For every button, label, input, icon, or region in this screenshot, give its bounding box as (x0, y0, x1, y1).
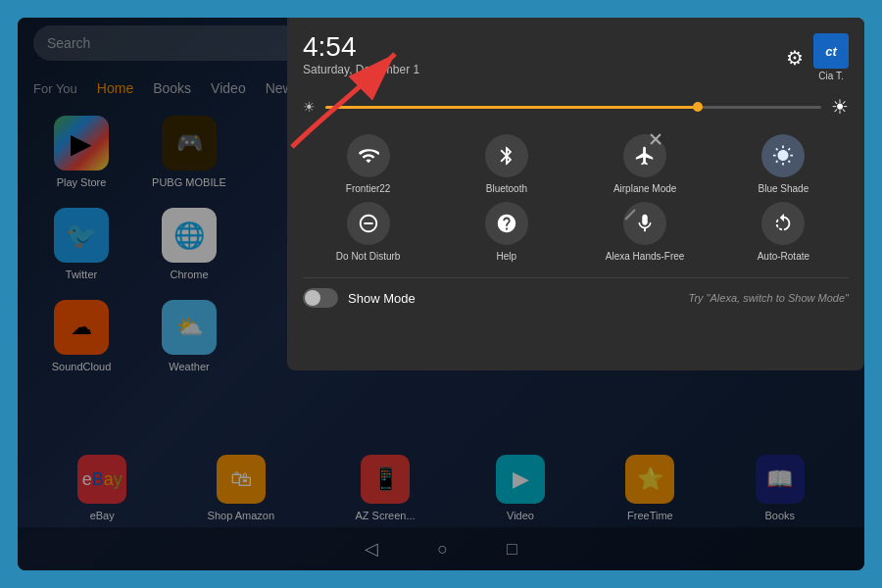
brightness-high-icon: ☀ (831, 95, 849, 119)
quick-label: Bluetooth (486, 183, 527, 194)
slider-thumb (693, 102, 703, 112)
quick-item-wifi[interactable]: Frontier22 (303, 134, 433, 194)
quick-label: Alexa Hands-Free (606, 251, 685, 262)
notification-panel: 4:54 Saturday, December 1 ⚙ ct Cia T. ☀ … (287, 18, 864, 370)
slider-fill (325, 106, 698, 109)
brightness-row: ☀ ☀ (303, 95, 849, 119)
show-mode-label: Show Mode (348, 291, 416, 306)
avatar[interactable]: ct (813, 33, 849, 69)
brightness-slider[interactable] (325, 106, 821, 109)
help-icon (485, 202, 528, 245)
quick-item-blue-shade[interactable]: Blue Shade (718, 134, 849, 194)
quick-label: Airplane Mode (613, 183, 676, 194)
bluetooth-icon (485, 134, 528, 177)
time-block: 4:54 Saturday, December 1 (303, 33, 419, 76)
settings-icon[interactable]: ⚙ (786, 46, 804, 70)
blue-shade-icon (761, 134, 805, 177)
tablet-frame: Search 🔍 For You Home Books Video Newsst… (18, 18, 864, 570)
quick-item-airplane[interactable]: Airplane Mode (580, 134, 710, 194)
dnd-icon (347, 202, 390, 245)
alexa-hands-free-icon (623, 202, 666, 245)
quick-label: Help (497, 251, 517, 262)
quick-label: Do Not Disturb (336, 251, 401, 262)
alexa-hint: Try "Alexa, switch to Show Mode" (689, 292, 850, 304)
quick-label: Auto-Rotate (758, 251, 809, 262)
show-mode-toggle[interactable] (303, 288, 338, 308)
airplane-mode-icon (623, 134, 666, 177)
quick-item-bluetooth[interactable]: Bluetooth (441, 134, 571, 194)
quick-item-auto-rotate[interactable]: Auto-Rotate (718, 202, 849, 262)
auto-rotate-icon (761, 202, 805, 245)
quick-label: Frontier22 (346, 183, 391, 194)
panel-time: 4:54 (303, 33, 419, 61)
user-label: Cia T. (818, 71, 843, 81)
panel-date: Saturday, December 1 (303, 63, 419, 76)
show-mode-row: Show Mode Try "Alexa, switch to Show Mod… (303, 277, 849, 308)
toggle-knob (305, 290, 320, 306)
wifi-icon (347, 134, 390, 177)
quick-settings-grid: Frontier22 Bluetooth (303, 134, 849, 262)
brightness-low-icon: ☀ (303, 99, 316, 115)
quick-item-dnd[interactable]: Do Not Disturb (303, 202, 433, 262)
panel-icons: ⚙ ct Cia T. (786, 33, 849, 81)
panel-header: 4:54 Saturday, December 1 ⚙ ct Cia T. (303, 33, 849, 81)
quick-item-alexa[interactable]: Alexa Hands-Free (580, 202, 710, 262)
quick-item-help[interactable]: Help (441, 202, 571, 262)
quick-label: Blue Shade (759, 183, 809, 194)
user-initial: ct (825, 44, 837, 59)
